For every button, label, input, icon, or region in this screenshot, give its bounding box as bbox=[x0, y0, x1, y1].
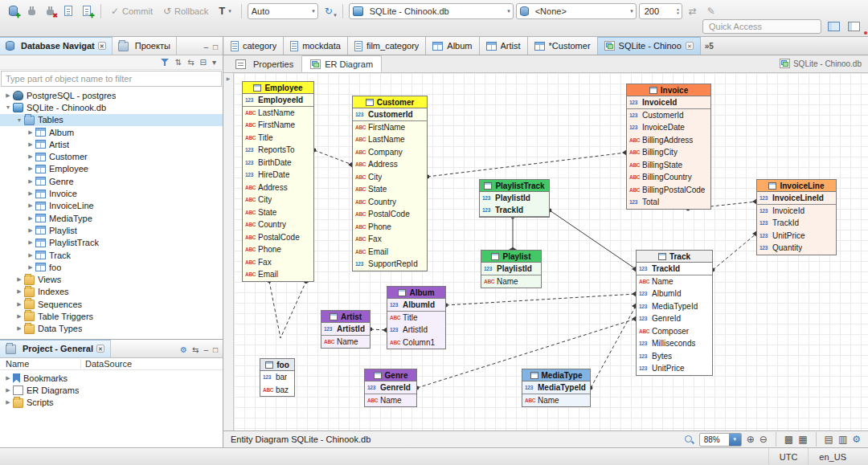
entity-header-invoiceline[interactable]: InvoiceLine bbox=[757, 180, 836, 192]
expander-icon[interactable]: ▶ bbox=[26, 215, 35, 222]
entity-playlisttrack[interactable]: PlaylistTrack123PlaylistId123TrackId bbox=[479, 179, 550, 218]
expander-icon[interactable]: ▶ bbox=[3, 399, 13, 406]
column-header-datasource[interactable]: DataSource bbox=[80, 359, 223, 369]
entity-album[interactable]: Album123AlbumIdABCTitle123ArtistIdABCCol… bbox=[387, 286, 446, 349]
project-item-er-diagrams[interactable]: ▶ER Diagrams bbox=[0, 384, 223, 396]
entity-header-artist[interactable]: Artist bbox=[321, 311, 370, 323]
timezone-indicator[interactable]: UTC bbox=[768, 448, 809, 465]
tree-item-sequences[interactable]: ▶Sequences bbox=[0, 298, 223, 310]
column-invoice-billingpostalcode[interactable]: ABCBillingPostalCode bbox=[627, 184, 710, 197]
column-track-trackid[interactable]: 123TrackId bbox=[637, 263, 712, 275]
refresh-icon[interactable]: ↻▾ bbox=[321, 3, 337, 19]
column-customer-supportrepid[interactable]: 123SupportRepId bbox=[353, 258, 427, 271]
print-icon[interactable]: ▥ bbox=[838, 434, 847, 444]
column-album-title[interactable]: ABCTitle bbox=[387, 312, 445, 324]
column-employee-country[interactable]: ABCCountry bbox=[243, 218, 313, 231]
expander-icon[interactable]: ▶ bbox=[26, 190, 35, 197]
column-invoiceline-quantity[interactable]: 123Quantity bbox=[757, 242, 836, 255]
entity-header-employee[interactable]: Employee bbox=[243, 82, 313, 94]
tree-item-indexes[interactable]: ▶Indexes bbox=[0, 286, 223, 298]
editor-tab-film-category[interactable]: film_category bbox=[348, 37, 426, 55]
entity-track[interactable]: Track123TrackIdABCName123AlbumId123Media… bbox=[636, 250, 713, 376]
maximize-panel-icon[interactable]: □ bbox=[213, 345, 218, 354]
relationship-playlisttrack-track[interactable] bbox=[550, 210, 636, 269]
column-invoiceline-unitprice[interactable]: 123UnitPrice bbox=[757, 230, 836, 243]
column-artist-name[interactable]: ABCName bbox=[321, 336, 370, 349]
column-track-name[interactable]: ABCName bbox=[637, 275, 712, 288]
expander-icon[interactable]: ▶ bbox=[3, 92, 13, 99]
column-header-name[interactable]: Name bbox=[0, 359, 80, 369]
tree-item-postgresql-postgres[interactable]: ▶PostgreSQL - postgres bbox=[0, 89, 223, 101]
column-employee-hiredate[interactable]: 123HireDate bbox=[243, 169, 313, 182]
editor-tab-customer[interactable]: *Customer bbox=[528, 37, 598, 55]
tree-item-employee[interactable]: ▶Employee bbox=[0, 163, 223, 175]
sql-editor-icon[interactable] bbox=[60, 3, 76, 19]
column-track-albumid[interactable]: 123AlbumId bbox=[637, 288, 712, 300]
column-customer-firstname[interactable]: ABCFirstName bbox=[353, 121, 427, 134]
connect-icon[interactable] bbox=[23, 3, 39, 19]
entity-artist[interactable]: Artist123ArtistIdABCName bbox=[321, 310, 371, 349]
column-album-albumid[interactable]: 123AlbumId bbox=[387, 299, 445, 312]
entity-foo[interactable]: foo123barABCbaz bbox=[260, 358, 295, 397]
column-invoice-billingcountry[interactable]: ABCBillingCountry bbox=[627, 171, 710, 184]
object-filter-input[interactable] bbox=[1, 71, 222, 87]
column-employee-reportsto[interactable]: 123ReportsTo bbox=[243, 144, 313, 157]
expander-icon[interactable]: ▶ bbox=[26, 129, 35, 136]
palette-toggle-icon[interactable]: ▶ bbox=[227, 75, 231, 430]
column-employee-lastname[interactable]: ABCLastName bbox=[243, 107, 313, 120]
column-invoice-invoicedate[interactable]: 123InvoiceDate bbox=[627, 121, 710, 134]
column-invoiceline-trackid[interactable]: 123TrackId bbox=[757, 217, 836, 230]
column-customer-fax[interactable]: ABCFax bbox=[353, 233, 427, 246]
column-employee-email[interactable]: ABCEmail bbox=[243, 268, 313, 281]
expander-icon[interactable]: ▶ bbox=[26, 264, 35, 271]
result-limit-input[interactable]: 200▴▾ bbox=[639, 3, 682, 19]
column-invoice-billingstate[interactable]: ABCBillingState bbox=[627, 159, 710, 172]
tab-properties[interactable]: Properties bbox=[227, 55, 301, 72]
expander-icon[interactable]: ▶ bbox=[3, 387, 13, 394]
sync-icon[interactable]: ⇅ bbox=[175, 58, 182, 67]
spinner-down-icon[interactable]: ▾ bbox=[677, 11, 679, 15]
close-icon[interactable]: ✕ bbox=[96, 345, 104, 353]
connection-select[interactable]: SQLite - Chinook.db▾ bbox=[349, 3, 514, 19]
column-track-mediatypeid[interactable]: 123MediaTypeId bbox=[637, 300, 712, 313]
edit-icon[interactable]: ✎ bbox=[703, 3, 719, 19]
relationship-album-track[interactable] bbox=[446, 294, 636, 305]
column-playlist-playlistid[interactable]: 123PlaylistId bbox=[481, 263, 541, 275]
column-invoice-billingcity[interactable]: ABCBillingCity bbox=[627, 146, 710, 159]
column-genre-name[interactable]: ABCName bbox=[365, 394, 416, 407]
column-track-genreid[interactable]: 123GenreId bbox=[637, 312, 712, 325]
column-track-unitprice[interactable]: 123UnitPrice bbox=[637, 362, 712, 375]
tree-item-album[interactable]: ▶Album bbox=[0, 126, 223, 138]
expander-icon[interactable]: ▶ bbox=[26, 227, 35, 234]
column-customer-postalcode[interactable]: ABCPostalCode bbox=[353, 208, 427, 221]
column-track-bytes[interactable]: 123Bytes bbox=[637, 350, 712, 363]
tree-item-artist[interactable]: ▶Artist bbox=[0, 138, 223, 150]
expander-icon[interactable]: ▶ bbox=[14, 313, 24, 320]
relationship-mediatype-track[interactable] bbox=[591, 306, 636, 388]
quick-access-input[interactable]: Quick Access bbox=[702, 19, 821, 34]
relationship-employee-employee[interactable] bbox=[269, 281, 306, 338]
column-foo-baz[interactable]: ABCbaz bbox=[260, 384, 294, 397]
tab-er-diagram[interactable]: ER Diagram bbox=[301, 55, 382, 72]
tree-item-playlist[interactable]: ▶Playlist bbox=[0, 224, 223, 236]
relationship-track-invoiceline[interactable] bbox=[713, 234, 756, 270]
editor-tab-album[interactable]: Album bbox=[426, 37, 479, 55]
locale-indicator[interactable]: en_US bbox=[808, 448, 857, 465]
editor-tab-sqlite-chinoo[interactable]: SQLite - Chinoo✕ bbox=[598, 37, 701, 55]
expander-icon[interactable]: ▶ bbox=[14, 325, 24, 332]
entity-header-genre[interactable]: Genre bbox=[365, 369, 416, 381]
column-customer-address[interactable]: ABCAddress bbox=[353, 158, 427, 171]
tree-item-track[interactable]: ▶Track bbox=[0, 249, 223, 261]
settings-gear-icon[interactable]: ⚙ bbox=[852, 434, 861, 444]
column-customer-email[interactable]: ABCEmail bbox=[353, 246, 427, 259]
auto-layout-icon[interactable]: ▩ bbox=[784, 434, 793, 444]
column-invoiceline-invoiceid[interactable]: 123InvoiceId bbox=[757, 205, 836, 218]
column-track-milliseconds[interactable]: 123Milliseconds bbox=[637, 337, 712, 350]
rollback-button[interactable]: ↺Rollback bbox=[159, 3, 212, 19]
tree-item-genre[interactable]: ▶Genre bbox=[0, 175, 223, 187]
expander-icon[interactable]: ▶ bbox=[26, 153, 35, 160]
entity-genre[interactable]: Genre123GenreIdABCName bbox=[364, 369, 417, 407]
entity-mediatype[interactable]: MediaType123MediaTypeIdABCName bbox=[522, 369, 591, 407]
entity-customer[interactable]: Customer123CustomerIdABCFirstNameABCLast… bbox=[352, 96, 428, 271]
expander-icon[interactable]: ▶ bbox=[3, 375, 13, 381]
